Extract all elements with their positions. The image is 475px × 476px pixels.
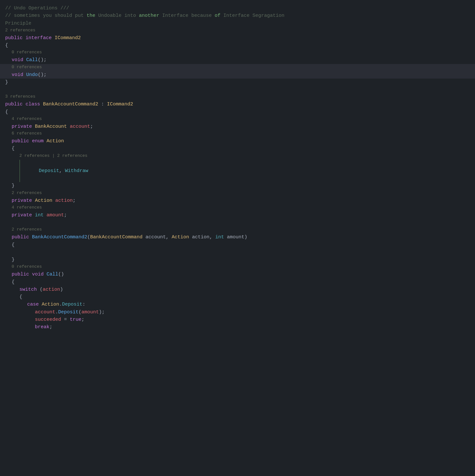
comment-sometimes: // sometimes you should put the Undoable… xyxy=(5,12,284,19)
line-open-brace-enum: { xyxy=(0,145,475,152)
line-switch-action: switch (action) xyxy=(0,286,475,293)
ref-enum-6: 6 references xyxy=(12,130,42,137)
code-editor: // Undo Operations /// // sometimes you … xyxy=(0,3,475,332)
ref-class-3: 3 references xyxy=(5,93,36,100)
ref-undo-0: 0 references xyxy=(12,64,42,70)
brace-open-5: { xyxy=(12,278,15,286)
brace-open-6: { xyxy=(19,293,22,301)
kw-void-1: void xyxy=(12,56,23,64)
kw-break: break xyxy=(35,323,49,331)
line-open-brace-interface: { xyxy=(0,42,475,49)
var-amount-2: amount xyxy=(81,308,99,316)
kw-public-3: public xyxy=(12,137,29,145)
method-undo: Undo xyxy=(26,71,38,79)
kw-enum: enum xyxy=(32,137,44,145)
param-account: account xyxy=(145,233,166,241)
line-enum-action: public enum Action xyxy=(0,137,475,145)
line-close-brace-interface: } xyxy=(0,79,475,86)
ref-enum-members: 2 references | 2 references xyxy=(19,153,88,159)
line-ref-undo: 0 references xyxy=(0,64,475,71)
line-ref-enum-members: 2 references | 2 references xyxy=(0,153,475,160)
line-account-deposit: account.Deposit(amount); xyxy=(0,308,475,316)
ref-account-4: 4 references xyxy=(12,116,42,122)
line-interface-icommand2: public interface ICommand2 xyxy=(0,34,475,42)
type-action: Action xyxy=(47,137,64,145)
kw-void-3: void xyxy=(32,271,44,278)
line-comment-principle: Principle xyxy=(0,20,475,27)
line-close-brace-enum: } xyxy=(0,182,475,189)
line-private-account: private BankAccount account; xyxy=(0,123,475,130)
line-case-deposit: case Action.Deposit: xyxy=(0,301,475,308)
kw-interface: interface xyxy=(26,34,52,42)
var-account-2: account xyxy=(35,308,55,316)
param-type-action: Action xyxy=(172,233,189,241)
line-ref-enum: 6 references xyxy=(0,130,475,137)
line-comment-undo: // Undo Operations /// xyxy=(0,5,475,12)
line-private-action: private Action action; xyxy=(0,197,475,204)
line-ref-call: 0 references xyxy=(0,49,475,56)
method-deposit: Deposit xyxy=(58,308,79,316)
param-type-bankaccountcmd: BankAccountCommand xyxy=(90,233,142,241)
ref-action-field-2: 2 references xyxy=(12,190,42,196)
line-open-brace-constructor: { xyxy=(0,241,475,249)
ref-amount-4: 4 references xyxy=(12,204,42,211)
method-call-2: Call xyxy=(47,271,58,278)
line-enum-members: Deposit, Withdraw xyxy=(0,160,475,182)
ref-icommand2: 2 references xyxy=(5,27,36,34)
line-open-brace-switch: { xyxy=(0,293,475,301)
kw-private-2: private xyxy=(12,197,32,204)
enum-withdraw: Withdraw xyxy=(65,168,88,174)
line-void-call: void Call(); xyxy=(0,56,475,64)
kw-void-2: void xyxy=(12,71,23,79)
brace-close-4: } xyxy=(12,256,15,264)
line-ref-call-method: 0 references xyxy=(0,264,475,271)
comment-principle: Principle xyxy=(5,20,31,27)
enum-deposit: Deposit xyxy=(39,168,59,174)
param-amount: amount xyxy=(227,233,244,241)
enum-deposit-ref: Deposit xyxy=(62,301,82,308)
line-empty-1 xyxy=(0,86,475,93)
line-ref-account: 4 references xyxy=(0,116,475,123)
line-ref-icommand2: 2 references xyxy=(0,27,475,34)
line-open-brace-call: { xyxy=(0,278,475,286)
var-amount: amount xyxy=(47,211,64,219)
type-icommand2: ICommand2 xyxy=(55,34,81,42)
kw-private-1: private xyxy=(12,123,32,130)
enum-action-deposit-ref: Action xyxy=(42,301,59,308)
brace-open-1: { xyxy=(5,42,8,49)
type-action-ref: Action xyxy=(35,197,52,204)
brace-open-3: { xyxy=(12,145,15,152)
line-empty-3 xyxy=(0,249,475,256)
type-bankaccount: BankAccount xyxy=(35,123,67,130)
class-bank-account-cmd2: BankAccountCommand2 xyxy=(43,101,98,108)
param-action: action xyxy=(192,233,209,241)
line-succeeded-true: succeeded = true; xyxy=(0,316,475,323)
comment-undo-ops: // Undo Operations /// xyxy=(5,5,69,12)
kw-public-2: public xyxy=(5,101,23,108)
iface-icommand2-ref: ICommand2 xyxy=(107,101,133,108)
line-open-brace-class: { xyxy=(0,108,475,116)
kw-class: class xyxy=(26,101,40,108)
line-ref-constructor: 2 references xyxy=(0,226,475,233)
kw-public-4: public xyxy=(12,233,29,241)
kw-public-5: public xyxy=(12,271,29,278)
line-private-amount: private int amount; xyxy=(0,211,475,219)
brace-open-4: { xyxy=(12,241,15,249)
kw-private-3: private xyxy=(12,211,32,219)
var-action: action xyxy=(55,197,73,204)
brace-close-3: } xyxy=(12,182,15,189)
line-ref-action-field: 2 references xyxy=(0,190,475,197)
line-close-brace-constructor: } xyxy=(0,256,475,264)
line-break-1: break; xyxy=(0,323,475,331)
brace-open-2: { xyxy=(5,108,8,116)
line-ref-class: 3 references xyxy=(0,93,475,101)
type-int-1: int xyxy=(35,211,44,219)
ref-constructor-2: 2 references xyxy=(12,226,42,233)
line-public-void-call: public void Call() xyxy=(0,271,475,278)
line-empty-2 xyxy=(0,219,475,226)
brace-close-1: } xyxy=(5,79,8,86)
kw-switch: switch xyxy=(19,286,37,293)
var-succeeded: succeeded xyxy=(35,316,61,323)
ref-call-method-0: 0 references xyxy=(12,264,42,270)
type-int-2: int xyxy=(215,233,224,241)
